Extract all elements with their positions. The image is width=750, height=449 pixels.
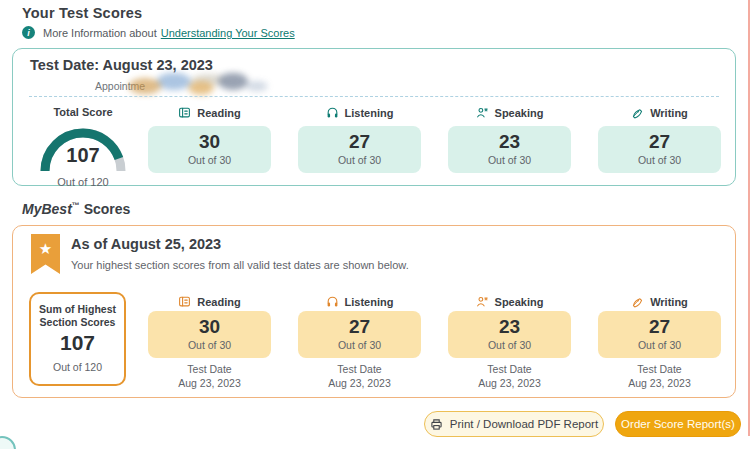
mybest-writing-testdate: Test Date Aug 23, 2023: [598, 363, 721, 390]
sum-score-value: 107: [31, 331, 124, 355]
writing-icon: [631, 106, 644, 119]
score-outof: Out of 30: [598, 339, 721, 351]
mybest-speaking-testdate: Test Date Aug 23, 2023: [448, 363, 571, 390]
section-label-text: Listening: [345, 296, 394, 308]
reading-score-box: 30 Out of 30: [148, 126, 271, 173]
page-title: Your Test Scores: [22, 5, 142, 21]
mybest-writing-score-box: 27 Out of 30: [598, 311, 721, 358]
score-outof: Out of 30: [298, 154, 421, 166]
testdate-value: Aug 23, 2023: [148, 377, 271, 391]
mybest-reading-score-box: 30 Out of 30: [148, 311, 271, 358]
total-score-label: Total Score: [27, 106, 139, 118]
section-label-text: Speaking: [495, 296, 544, 308]
sum-label-line2: Section Scores: [31, 316, 124, 329]
sum-label-line1: Sum of Highest: [31, 303, 124, 316]
score-outof: Out of 30: [448, 339, 571, 351]
section-label-reading: Reading: [148, 106, 271, 119]
appointment-redaction-smudge: [113, 67, 273, 99]
section-label-text: Listening: [345, 107, 394, 119]
sum-score-outof: Out of 120: [31, 361, 124, 373]
testdate-value: Aug 23, 2023: [298, 377, 421, 391]
listening-score-box: 27 Out of 30: [298, 126, 421, 173]
bookmark-star-icon: ★: [31, 234, 60, 274]
mybest-label-writing: Writing: [598, 295, 721, 308]
testdate-value: Aug 23, 2023: [448, 377, 571, 391]
score-value: 27: [598, 315, 721, 338]
speaking-score-box: 23 Out of 30: [448, 126, 571, 173]
order-button-label: Order Score Report(s): [621, 418, 735, 430]
test-date-card: Test Date: August 23, 2023 Appointme Tot…: [12, 48, 736, 186]
info-text: More Information about: [43, 27, 157, 39]
section-label-text: Speaking: [495, 107, 544, 119]
testdate-label: Test Date: [598, 363, 721, 377]
section-label-text: Writing: [650, 296, 688, 308]
section-label-writing: Writing: [598, 106, 721, 119]
mybest-card: ★ As of August 25, 2023 Your highest sec…: [12, 225, 736, 398]
asof-heading: As of August 25, 2023: [71, 236, 221, 252]
score-value: 23: [448, 130, 571, 153]
dashed-separator: [29, 96, 719, 97]
asof-subtitle: Your highest section scores from all val…: [71, 259, 409, 271]
testdate-label: Test Date: [298, 363, 421, 377]
sum-highest-box: Sum of Highest Section Scores 107 Out of…: [29, 292, 126, 386]
section-label-speaking: Speaking: [448, 106, 571, 119]
score-value: 30: [148, 315, 271, 338]
print-download-pdf-button[interactable]: Print / Download PDF Report: [424, 411, 604, 437]
mybest-label-listening: Listening: [298, 295, 421, 308]
bottom-left-widget-arc: [0, 436, 16, 449]
mybest-heading: MyBest™ Scores: [22, 201, 130, 217]
mybest-label-speaking: Speaking: [448, 295, 571, 308]
print-button-label: Print / Download PDF Report: [450, 418, 598, 430]
star-glyph: ★: [39, 240, 52, 274]
score-outof: Out of 30: [598, 154, 721, 166]
mybest-listening-testdate: Test Date Aug 23, 2023: [298, 363, 421, 390]
total-score-value: 107: [36, 144, 130, 167]
section-label-text: Reading: [197, 296, 240, 308]
total-score-column: Total Score 107 Out of 120: [27, 106, 139, 188]
info-icon: i: [22, 26, 35, 39]
section-label-text: Reading: [197, 107, 240, 119]
reading-icon: [178, 295, 191, 308]
testdate-label: Test Date: [448, 363, 571, 377]
reading-icon: [178, 106, 191, 119]
mybest-reading-testdate: Test Date Aug 23, 2023: [148, 363, 271, 390]
info-row: i More Information about Understanding Y…: [22, 26, 295, 39]
speaking-icon: [476, 106, 489, 119]
score-outof: Out of 30: [148, 339, 271, 351]
score-value: 27: [598, 130, 721, 153]
score-outof: Out of 30: [448, 154, 571, 166]
mybest-speaking-score-box: 23 Out of 30: [448, 311, 571, 358]
score-value: 27: [298, 130, 421, 153]
speaking-icon: [476, 295, 489, 308]
section-label-listening: Listening: [298, 106, 421, 119]
section-label-text: Writing: [650, 107, 688, 119]
listening-icon: [326, 295, 339, 308]
mybest-listening-score-box: 27 Out of 30: [298, 311, 421, 358]
writing-icon: [631, 295, 644, 308]
mybest-tm: ™: [72, 201, 80, 210]
understanding-scores-link[interactable]: Understanding Your Scores: [161, 27, 295, 39]
mybest-label-reading: Reading: [148, 295, 271, 308]
order-score-report-button[interactable]: Order Score Report(s): [615, 411, 741, 437]
score-value: 27: [298, 315, 421, 338]
score-value: 23: [448, 315, 571, 338]
score-outof: Out of 30: [298, 339, 421, 351]
testdate-value: Aug 23, 2023: [598, 377, 721, 391]
testdate-label: Test Date: [148, 363, 271, 377]
mybest-heading-italic: MyBest: [22, 201, 72, 217]
writing-score-box: 27 Out of 30: [598, 126, 721, 173]
score-value: 30: [148, 130, 271, 153]
score-outof: Out of 30: [148, 154, 271, 166]
listening-icon: [326, 106, 339, 119]
total-score-gauge: 107: [36, 124, 130, 178]
sum-label: Sum of Highest Section Scores: [31, 303, 124, 329]
mybest-heading-rest: Scores: [80, 201, 131, 217]
printer-icon: [430, 418, 443, 431]
